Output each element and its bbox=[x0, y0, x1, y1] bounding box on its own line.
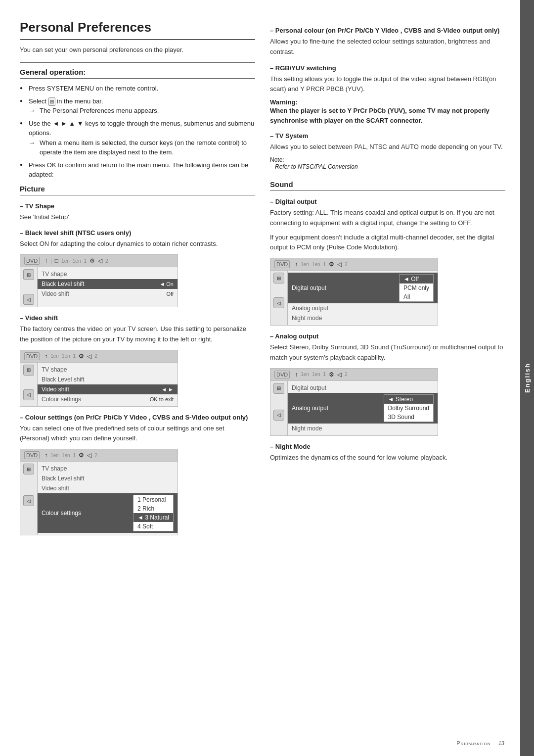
menu-top-bar: DVD ↑ 1en 1en 1 ⚙ ◁ 2 bbox=[20, 449, 178, 462]
row-label: Night mode bbox=[292, 425, 434, 432]
colour-settings-body: You can select one of five predefined se… bbox=[20, 424, 255, 444]
menu-btn-top: ⊞ bbox=[23, 365, 34, 376]
icon-up: ↑ bbox=[295, 371, 298, 378]
dvd-icon: DVD bbox=[24, 352, 40, 360]
menu-btn-bottom: ◁ bbox=[273, 297, 284, 308]
label-1en-1: 1en bbox=[61, 258, 70, 264]
row-label: TV shape bbox=[42, 271, 174, 278]
list-item: Select ⊞ in the menu bar. The Personal P… bbox=[20, 96, 255, 116]
icon-back: ◁ bbox=[98, 257, 102, 264]
left-column: Personal Preferences You can set your ow… bbox=[20, 20, 255, 741]
label-num1: 1 bbox=[73, 353, 76, 359]
menu-row-analog: Analog output bbox=[288, 303, 438, 313]
label-num2: 2 bbox=[105, 258, 108, 264]
label-num2: 2 bbox=[345, 372, 348, 377]
row-label: Digital output bbox=[292, 384, 434, 391]
menu-rows: Digital output Analog output ◄ Stereo Do… bbox=[288, 381, 438, 435]
label-num1: 1 bbox=[84, 258, 87, 264]
digital-output-title: Digital output bbox=[270, 198, 505, 205]
icon-gear: ⚙ bbox=[329, 371, 334, 378]
icon-gear: ⚙ bbox=[79, 452, 84, 459]
row-value: OK to exit bbox=[150, 396, 174, 402]
black-level-menu: DVD ↑ | □ 1en 1en 1 ⚙ ◁ 2 ⊞ bbox=[20, 254, 178, 307]
menu-left-icons: ⊞ ◁ bbox=[270, 381, 288, 435]
top-icons: ↑ | □ 1en 1en 1 ⚙ ◁ 2 bbox=[44, 257, 108, 264]
icon-back: ◁ bbox=[337, 371, 342, 378]
top-icons: ↑ 1en 1en 1 ⚙ ◁ 2 bbox=[295, 371, 348, 378]
label-num2: 2 bbox=[94, 453, 97, 458]
picture-section-title: Picture bbox=[20, 185, 255, 195]
row-label: Video shift bbox=[42, 485, 174, 492]
list-item: Press SYSTEM MENU on the remote control. bbox=[20, 84, 255, 94]
menu-row-tvshape: TV shape bbox=[38, 365, 178, 375]
menu-row-tvshape: TV shape bbox=[38, 464, 178, 473]
icon-back: ◁ bbox=[87, 353, 91, 360]
dvd-icon: DVD bbox=[24, 257, 40, 265]
colour-settings-title: Colour settings (on Pr/Cr Pb/Cb Y Video … bbox=[20, 414, 255, 421]
dropdown-item-selected: ◄ Off bbox=[400, 275, 433, 284]
personal-colour-title: Personal colour (on Pr/Cr Pb/Cb Y Video … bbox=[270, 27, 505, 34]
label-1en-2: 1en bbox=[62, 453, 70, 458]
personal-colour-body: Allows you to fine-tune the selected col… bbox=[270, 37, 505, 57]
label-num1: 1 bbox=[73, 453, 76, 458]
side-tab: English bbox=[520, 0, 534, 756]
right-column: Personal colour (on Pr/Cr Pb/Cb Y Video … bbox=[270, 20, 505, 741]
menu-btn-bottom: ◁ bbox=[273, 410, 284, 421]
night-mode-title: Night Mode bbox=[270, 443, 505, 450]
page-footer: Preparation 13 bbox=[456, 740, 504, 746]
label-1en-1: 1en bbox=[301, 372, 309, 377]
label-num1: 1 bbox=[323, 372, 326, 377]
page-wrapper: Personal Preferences You can set your ow… bbox=[0, 0, 534, 756]
sound-section-title: Sound bbox=[270, 180, 505, 191]
menu-body: ⊞ ◁ Digital output ◄ Off PCM only All bbox=[270, 271, 438, 325]
menu-body: ⊞ ◁ TV shape Black Level shift Video shi… bbox=[20, 462, 178, 535]
page-title: Personal Preferences bbox=[20, 20, 255, 40]
menu-row-digital: Digital output ◄ Off PCM only All bbox=[288, 273, 438, 303]
analog-output-menu: DVD ↑ 1en 1en 1 ⚙ ◁ 2 ⊞ ◁ bbox=[270, 368, 438, 436]
video-shift-body: The factory centres the video on your TV… bbox=[20, 324, 255, 345]
row-label: Analog output bbox=[292, 305, 434, 312]
menu-row-colour: Colour settings OK to exit bbox=[38, 394, 178, 404]
dropdown-item: All bbox=[400, 292, 433, 301]
row-label: TV shape bbox=[42, 465, 174, 472]
menu-row-blacklevel: Black Level shift ◄ On bbox=[38, 279, 178, 289]
analog-output-body: Select Stereo, Dolby Surround, 3D Sound … bbox=[270, 342, 505, 363]
icon-gear: ⚙ bbox=[89, 257, 95, 264]
arrow-item: The Personal Preferences menu appears. bbox=[29, 106, 255, 116]
menu-top-bar: DVD ↑ 1en 1en 1 ⚙ ◁ 2 bbox=[270, 258, 438, 271]
black-level-title: Black level shift (NTSC users only) bbox=[20, 229, 255, 236]
video-shift-title: Video shift bbox=[20, 314, 255, 322]
analog-output-title: Analog output bbox=[270, 332, 505, 340]
dropdown-item: 2 Rich bbox=[134, 504, 173, 513]
rgb-yuv-title: RGB/YUV switching bbox=[270, 64, 505, 72]
arrow-item: When a menu item is selected, the cursor… bbox=[29, 138, 255, 157]
rgb-yuv-body: This setting allows you to toggle the ou… bbox=[270, 74, 505, 95]
row-label: Black Level shift bbox=[42, 376, 174, 383]
menu-rows: TV shape Black Level shift Video shift ◄… bbox=[38, 363, 178, 406]
prep-label: Preparation bbox=[456, 740, 490, 746]
warning-label: Warning: bbox=[270, 98, 505, 106]
row-label: Video shift bbox=[42, 386, 161, 393]
warning-text: When the player is set to Y PrCr PbCb (Y… bbox=[270, 106, 505, 125]
label-1en-2: 1en bbox=[73, 258, 81, 264]
night-mode-body: Optimizes the dynamics of the sound for … bbox=[270, 453, 505, 463]
label-1en-2: 1en bbox=[62, 353, 70, 359]
row-label: Black Level shift bbox=[42, 281, 159, 287]
menu-body: ⊞ ◁ TV shape Black Level shift ◄ On bbox=[20, 267, 178, 307]
label-1en-2: 1en bbox=[312, 372, 320, 377]
icon-up: ↑ bbox=[295, 261, 298, 268]
list-item: Press OK to confirm and return to the ma… bbox=[20, 160, 255, 180]
row-label: Colour settings bbox=[42, 510, 131, 517]
menu-rows: TV shape Black Level shift ◄ On Video sh… bbox=[38, 267, 178, 307]
menu-btn-top: ⊞ bbox=[23, 269, 34, 280]
dvd-icon: DVD bbox=[274, 260, 290, 268]
tv-shape-title: TV Shape bbox=[20, 202, 255, 210]
menu-left-icons: ⊞ ◁ bbox=[20, 363, 38, 406]
row-label: Black Level shift bbox=[42, 475, 174, 482]
icon-up: ↑ bbox=[44, 353, 47, 360]
menu-left-icons: ⊞ ◁ bbox=[270, 271, 288, 325]
menu-icon: ⊞ bbox=[48, 97, 55, 106]
top-icons: ↑ 1en 1en 1 ⚙ ◁ 2 bbox=[295, 261, 348, 268]
icon-back: ◁ bbox=[337, 261, 342, 268]
note-content: – Refer to NTSC/PAL Conversion bbox=[270, 163, 358, 170]
